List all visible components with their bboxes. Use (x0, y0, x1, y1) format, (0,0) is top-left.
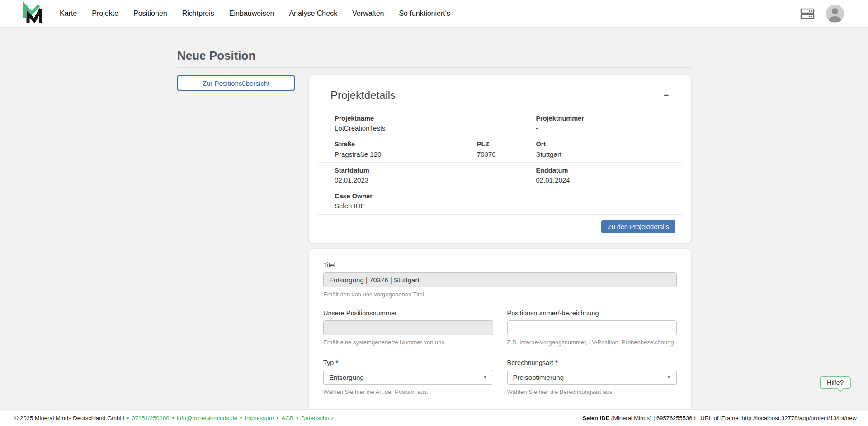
enddatum-value: 02.01.2024 (536, 176, 682, 185)
right-column: Projektdetails − Projektname LotCreation… (309, 75, 691, 426)
chevron-down-icon: ▼ (667, 375, 671, 379)
positionsnummer-helper: Z.B. Interne-Vorgangsnummer, LV-Position… (507, 339, 677, 346)
footer-link-phone[interactable]: 07151/250100 (132, 415, 169, 421)
footer: © 2025 Mineral Minds Deutschland GmbH • … (0, 409, 868, 426)
ort-label: Ort (536, 140, 682, 148)
nav-item-projekte[interactable]: Projekte (92, 9, 118, 18)
typ-label: Typ * (323, 359, 493, 366)
bullet-separator: • (277, 415, 279, 421)
nav-item-richtpreis[interactable]: Richtpreis (182, 9, 214, 18)
unsere-positionsnummer-label: Unsere Positionsnummer (323, 309, 493, 317)
field-typ: Typ * Entsorgung ▼ Wählen Sie hier die A… (323, 359, 493, 395)
footer-link-impressum[interactable]: Impressum (245, 415, 274, 421)
unsere-positionsnummer-helper: Erhält eine systemgenerierte Nummer von … (323, 339, 493, 346)
field-positionsnummer: Positionsnummer/-bezeichnung Z.B. Intern… (507, 309, 677, 346)
nav-item-positionen[interactable]: Positionen (133, 9, 167, 18)
nav-item-so-funktionierts[interactable]: So funktioniert's (399, 9, 450, 18)
collapse-card-icon[interactable]: − (662, 89, 670, 101)
nav-item-verwalten[interactable]: Verwalten (352, 9, 384, 18)
page-title: Neue Position (177, 49, 691, 63)
footer-link-datenschutz[interactable]: Datenschutz (301, 415, 334, 421)
heading-divider (177, 67, 691, 68)
row-projektname: Projektname LotCreationTests Projektnumm… (318, 111, 682, 136)
unsere-positionsnummer-input (323, 320, 493, 335)
main-nav: Karte Projekte Positionen Richtpreis Ein… (60, 9, 450, 18)
projektname-value: LotCreationTests (335, 124, 536, 133)
project-details-card: Projektdetails − Projektname LotCreation… (309, 75, 691, 243)
position-overview-button[interactable]: Zur Positionsübersicht (177, 75, 295, 91)
startdatum-value: 02.01.2023 (335, 176, 536, 185)
go-to-project-details-button[interactable]: Zu den Projektdetails (601, 220, 675, 233)
typ-helper: Wählen Sie hier die Art der Position aus… (323, 389, 493, 395)
main-content: Neue Position Zur Positionsübersicht Pro… (177, 49, 691, 426)
session-info: Selen IDE (Mineral Minds) | 69576255536d… (582, 415, 857, 421)
new-position-form-card: Titel Erhält den von uns vorgegebenen Ti… (309, 249, 691, 426)
berechnungsart-select-value: Preisoptimierung (513, 374, 564, 381)
case-owner-label: Case Owner (335, 192, 536, 200)
strasse-label: Straße (335, 140, 477, 148)
ort-value: Stuttgart (536, 150, 682, 159)
project-card-title: Projektdetails (330, 89, 396, 102)
session-details: (Mineral Minds) | 69576255536d | URL of … (609, 415, 857, 421)
berechnungsart-select[interactable]: Preisoptimierung ▼ (507, 370, 677, 385)
startdatum-label: Startdatum (335, 166, 536, 174)
required-asterisk: * (555, 359, 558, 366)
bullet-separator: • (297, 415, 299, 421)
mineral-minds-logo-icon[interactable] (21, 2, 44, 25)
strasse-value: Pragstraße 120 (335, 150, 477, 159)
help-button[interactable]: Hilfe? (820, 376, 851, 389)
project-details-rows: Projektname LotCreationTests Projektnumm… (318, 111, 682, 215)
required-asterisk: * (335, 359, 338, 366)
nav-item-karte[interactable]: Karte (60, 9, 77, 18)
plz-value: 70376 (477, 150, 536, 159)
row-case-owner: Case Owner Selen IDE (318, 188, 682, 214)
typ-select[interactable]: Entsorgung ▼ (323, 370, 493, 385)
footer-links: © 2025 Mineral Minds Deutschland GmbH • … (14, 415, 334, 421)
positionsnummer-input[interactable] (507, 320, 677, 335)
field-unsere-positionsnummer: Unsere Positionsnummer Erhält eine syste… (323, 309, 493, 346)
bullet-separator: • (240, 415, 242, 421)
projektname-label: Projektname (335, 114, 536, 122)
nav-item-einbauweisen[interactable]: Einbauweisen (229, 9, 274, 18)
row-adresse: Straße Pragstraße 120 PLZ 70376 Ort Stut… (318, 136, 682, 162)
titel-input (323, 272, 677, 287)
top-navbar: Karte Projekte Positionen Richtpreis Ein… (0, 0, 868, 27)
field-berechnungsart: Berechnungsart * Preisoptimierung ▼ Wähl… (507, 359, 677, 395)
server-stack-icon[interactable] (800, 5, 815, 22)
enddatum-label: Enddatum (536, 166, 682, 174)
projektnummer-label: Projektnummer (536, 114, 682, 122)
bullet-separator: • (172, 415, 174, 421)
field-titel: Titel Erhält den von uns vorgegebenen Ti… (323, 262, 677, 298)
berechnungsart-label: Berechnungsart * (507, 359, 677, 366)
berechnungsart-helper: Wählen Sie hier die Berechnungsart aus. (507, 389, 677, 395)
footer-link-agb[interactable]: AGB (281, 415, 293, 421)
copyright-text: © 2025 Mineral Minds Deutschland GmbH (14, 415, 124, 421)
user-avatar[interactable] (826, 5, 844, 23)
case-owner-value: Selen IDE (335, 201, 536, 211)
typ-select-value: Entsorgung (329, 374, 364, 381)
chevron-down-icon: ▼ (483, 375, 487, 379)
plz-label: PLZ (477, 140, 536, 148)
nav-item-analyse-check[interactable]: Analyse Check (289, 9, 337, 18)
row-datum: Startdatum 02.01.2023 Enddatum 02.01.202… (318, 163, 682, 188)
footer-link-email[interactable]: info@mineral-minds.de (177, 415, 237, 421)
session-user: Selen IDE (582, 415, 609, 421)
positionsnummer-label: Positionsnummer/-bezeichnung (507, 309, 677, 317)
titel-helper: Erhält den von uns vorgegebenen Titel. (323, 291, 677, 298)
titel-label: Titel (323, 262, 677, 269)
bullet-separator: • (127, 415, 129, 421)
navbar-right (800, 5, 844, 23)
left-column: Zur Positionsübersicht (177, 75, 295, 91)
projektnummer-value: - (536, 124, 682, 133)
